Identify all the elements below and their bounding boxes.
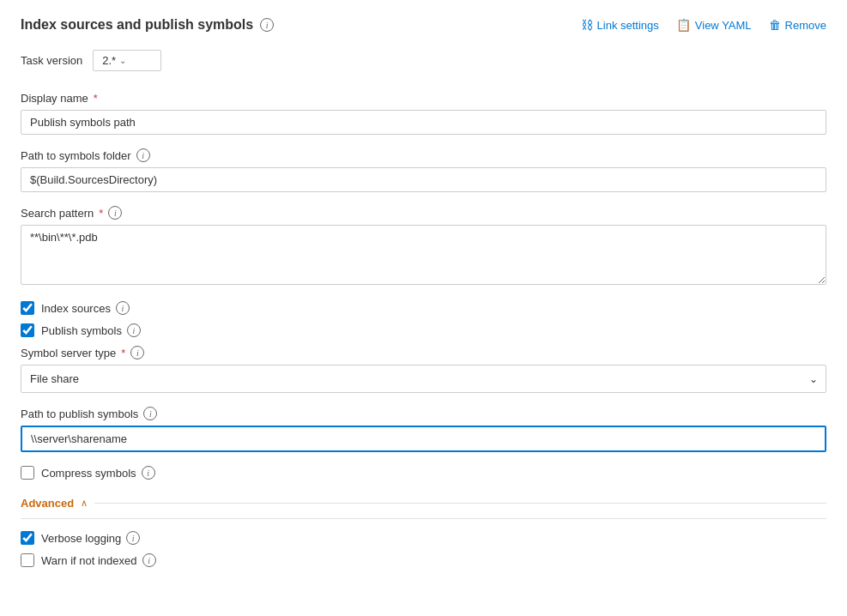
symbol-server-type-select[interactable]: File share Azure Artifacts (21, 365, 826, 393)
link-icon: ⛓ (581, 18, 593, 32)
view-yaml-button[interactable]: 📋 View YAML (676, 18, 752, 32)
symbol-server-type-group: Symbol server type * i File share Azure … (21, 346, 826, 393)
search-pattern-textarea[interactable]: **\bin\**\*.pdb (21, 225, 826, 285)
path-symbols-info-icon[interactable]: i (136, 148, 150, 162)
header-actions: ⛓ Link settings 📋 View YAML 🗑 Remove (581, 18, 826, 32)
advanced-section: Advanced ∧ Verbose logging i Warn if not… (21, 488, 826, 567)
index-sources-label[interactable]: Index sources i (41, 301, 130, 315)
compress-symbols-info-icon[interactable]: i (142, 466, 155, 480)
symbol-server-type-select-container: File share Azure Artifacts ⌄ (21, 365, 826, 393)
task-version-select[interactable]: 2.* ⌄ (93, 50, 161, 71)
path-symbols-folder-group: Path to symbols folder i (21, 148, 826, 192)
advanced-header[interactable]: Advanced ∧ (21, 488, 826, 519)
search-pattern-label: Search pattern * i (21, 206, 826, 220)
verbose-logging-label[interactable]: Verbose logging i (41, 531, 140, 545)
index-sources-row: Index sources i (21, 301, 826, 315)
publish-symbols-checkbox[interactable] (21, 323, 34, 337)
advanced-divider (94, 503, 826, 504)
publish-symbols-info-icon[interactable]: i (127, 323, 141, 337)
search-pattern-info-icon[interactable]: i (108, 206, 122, 220)
page-container: Index sources and publish symbols i ⛓ Li… (0, 0, 847, 593)
page-title: Index sources and publish symbols (21, 17, 253, 33)
display-name-required: * (94, 92, 98, 105)
header: Index sources and publish symbols i ⛓ Li… (21, 17, 826, 33)
verbose-logging-row: Verbose logging i (21, 531, 826, 545)
task-version-row: Task version 2.* ⌄ (21, 50, 826, 71)
compress-symbols-row: Compress symbols i (21, 466, 826, 480)
path-symbols-folder-label: Path to symbols folder i (21, 148, 826, 162)
search-pattern-required: * (99, 207, 103, 220)
symbol-server-type-label: Symbol server type * i (21, 346, 826, 359)
warn-not-indexed-row: Warn if not indexed i (21, 553, 826, 567)
compress-symbols-checkbox[interactable] (21, 466, 34, 480)
verbose-logging-info-icon[interactable]: i (126, 531, 140, 545)
display-name-label: Display name * (21, 92, 826, 105)
path-publish-symbols-input[interactable] (21, 426, 826, 452)
symbol-server-type-required: * (121, 347, 125, 359)
yaml-icon: 📋 (676, 18, 691, 32)
advanced-chevron-icon: ∧ (81, 498, 88, 509)
title-info-icon[interactable]: i (260, 18, 274, 32)
path-publish-symbols-group: Path to publish symbols i (21, 407, 826, 452)
remove-icon: 🗑 (769, 18, 781, 32)
remove-button[interactable]: 🗑 Remove (769, 18, 826, 32)
path-publish-symbols-label: Path to publish symbols i (21, 407, 826, 420)
warn-not-indexed-checkbox[interactable] (21, 553, 34, 567)
publish-symbols-label[interactable]: Publish symbols i (41, 323, 141, 337)
header-left: Index sources and publish symbols i (21, 17, 274, 33)
display-name-input[interactable] (21, 110, 826, 135)
verbose-logging-checkbox[interactable] (21, 531, 34, 545)
compress-symbols-label[interactable]: Compress symbols i (41, 466, 155, 480)
search-pattern-group: Search pattern * i **\bin\**\*.pdb (21, 206, 826, 287)
warn-not-indexed-label[interactable]: Warn if not indexed i (41, 553, 156, 567)
display-name-group: Display name * (21, 92, 826, 135)
warn-not-indexed-info-icon[interactable]: i (142, 553, 156, 567)
publish-symbols-row: Publish symbols i (21, 323, 826, 337)
path-publish-symbols-info-icon[interactable]: i (143, 407, 157, 420)
path-symbols-folder-input[interactable] (21, 167, 826, 192)
task-version-chevron-icon: ⌄ (119, 56, 126, 65)
link-settings-button[interactable]: ⛓ Link settings (581, 18, 659, 32)
index-sources-checkbox[interactable] (21, 301, 34, 315)
symbol-server-type-info-icon[interactable]: i (130, 346, 144, 359)
advanced-title: Advanced (21, 497, 74, 510)
index-sources-info-icon[interactable]: i (116, 301, 130, 315)
task-version-label: Task version (21, 54, 82, 67)
